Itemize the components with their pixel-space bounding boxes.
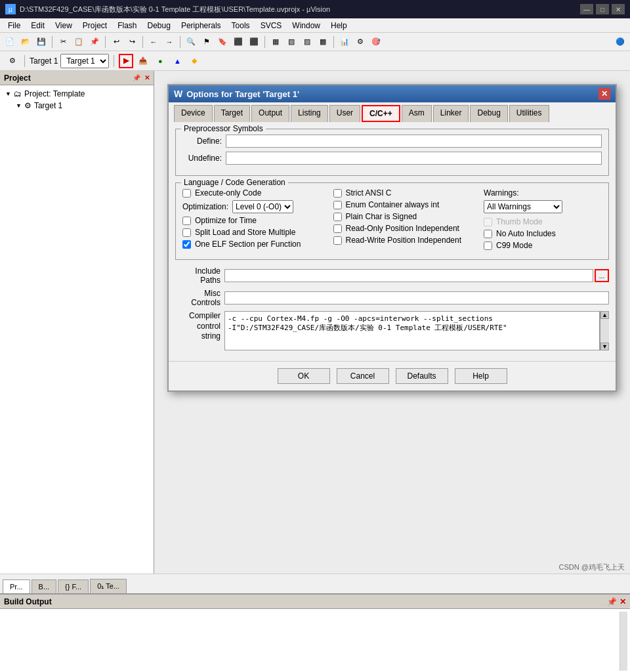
readonly-pos-check[interactable]: [333, 224, 342, 233]
tb-new[interactable]: 📄: [3, 35, 17, 49]
tb-redo[interactable]: ↪: [125, 35, 139, 49]
tb-undo[interactable]: ↩: [109, 35, 123, 49]
cancel-button[interactable]: Cancel: [337, 368, 389, 384]
scroll-down-btn[interactable]: ▼: [600, 343, 609, 350]
tab-target[interactable]: Target: [214, 105, 250, 122]
tb-copy[interactable]: 📋: [72, 35, 86, 49]
window-controls[interactable]: — □ ✕: [580, 4, 625, 14]
dialog-title-bar: W Options for Target 'Target 1' ✕: [169, 85, 616, 102]
build-scrollbar[interactable]: [620, 612, 627, 671]
tree-target[interactable]: ▼ ⚙ Target 1: [3, 100, 151, 112]
preprocessor-label: Preprocessor Symbols: [181, 124, 266, 133]
tb-func3[interactable]: ▨: [300, 35, 314, 49]
include-browse-btn[interactable]: ...: [595, 269, 609, 282]
tb-dbg2[interactable]: ⚙: [353, 35, 368, 49]
menu-tools[interactable]: Tools: [226, 20, 255, 32]
language-label: Language / Code Generation: [181, 178, 288, 187]
tb2-build-btn[interactable]: ▶: [119, 54, 133, 68]
menu-file[interactable]: File: [3, 20, 26, 32]
tab-device[interactable]: Device: [174, 105, 213, 122]
tab-utilities[interactable]: Utilities: [509, 105, 549, 122]
pin-icon[interactable]: 📌: [133, 74, 140, 81]
menu-edit[interactable]: Edit: [26, 20, 50, 32]
misc-controls-input[interactable]: [224, 291, 609, 304]
build-pin-icon[interactable]: 📌: [607, 597, 617, 606]
scroll-up-btn[interactable]: ▲: [600, 311, 609, 319]
menu-project[interactable]: Project: [77, 20, 112, 32]
tab-linker[interactable]: Linker: [433, 105, 469, 122]
menu-window[interactable]: Window: [287, 20, 326, 32]
tab-debug[interactable]: Debug: [470, 105, 507, 122]
dialog-close-btn[interactable]: ✕: [598, 88, 610, 100]
maximize-btn[interactable]: □: [596, 4, 609, 14]
panel-close-btn[interactable]: ✕: [144, 74, 150, 81]
minimize-btn[interactable]: —: [580, 4, 593, 14]
ok-button[interactable]: OK: [278, 368, 330, 384]
tab-output[interactable]: Output: [251, 105, 289, 122]
tb-nav-fwd[interactable]: →: [162, 35, 177, 49]
warnings-select[interactable]: All Warnings: [484, 200, 562, 213]
tab-asm[interactable]: Asm: [402, 105, 432, 122]
undefine-label: Undefine:: [182, 154, 222, 163]
tb2-btn3[interactable]: ●: [153, 54, 167, 68]
bottom-tab-templates[interactable]: 0₁ Te...: [90, 579, 127, 593]
tb-bm2[interactable]: 🔖: [215, 35, 230, 49]
menu-view[interactable]: View: [50, 20, 77, 32]
tb2-btn2[interactable]: 📤: [136, 54, 150, 68]
tab-listing[interactable]: Listing: [291, 105, 328, 122]
enum-container-row: Enum Container always int: [333, 200, 478, 209]
menu-help[interactable]: Help: [326, 20, 352, 32]
sep6: [333, 36, 334, 48]
compiler-scrollbar[interactable]: ▲ ▼: [600, 311, 609, 350]
tb-bm4[interactable]: ⬛: [247, 35, 261, 49]
build-close-icon[interactable]: ✕: [620, 597, 626, 606]
strict-ansi-check[interactable]: [333, 189, 342, 198]
tb-right1[interactable]: 🔵: [613, 35, 627, 49]
tb2-btn5[interactable]: ◆: [187, 54, 201, 68]
tb2-btn4[interactable]: ▲: [170, 54, 184, 68]
optimization-select[interactable]: Level 0 (-O0): [232, 200, 293, 213]
optimize-time-check[interactable]: [182, 217, 191, 225]
tb-search[interactable]: 🔍: [184, 35, 198, 49]
bottom-tab-books[interactable]: B...: [32, 579, 57, 593]
tb-func4[interactable]: ▩: [316, 35, 330, 49]
menu-debug[interactable]: Debug: [142, 20, 176, 32]
tb-save[interactable]: 💾: [34, 35, 49, 49]
bottom-tab-project[interactable]: Pr...: [3, 579, 30, 593]
c99-mode-check[interactable]: [484, 242, 492, 250]
include-paths-input[interactable]: [224, 269, 593, 282]
tab-cpp[interactable]: C/C++: [362, 105, 400, 122]
bottom-tab-functions[interactable]: {} F...: [58, 579, 89, 593]
readwrite-pos-check[interactable]: [333, 236, 342, 245]
tb-nav-back[interactable]: ←: [146, 35, 161, 49]
tb2-settings[interactable]: ⚙: [5, 54, 20, 68]
close-btn[interactable]: ✕: [612, 4, 625, 14]
split-load-check[interactable]: [182, 228, 191, 237]
tb-bm3[interactable]: ⬛: [231, 35, 245, 49]
one-elf-check[interactable]: [182, 240, 191, 249]
define-input[interactable]: [226, 135, 602, 148]
tb-func2[interactable]: ▧: [284, 35, 299, 49]
tb-paste[interactable]: 📌: [87, 35, 102, 49]
tb-dbg1[interactable]: 📊: [337, 35, 352, 49]
tb-cut[interactable]: ✂: [56, 35, 70, 49]
tb-func1[interactable]: ▦: [268, 35, 283, 49]
compiler-control-textarea[interactable]: -c --cpu Cortex-M4.fp -g -O0 -apcs=inter…: [224, 311, 600, 350]
tb-bm1[interactable]: ⚑: [200, 35, 214, 49]
defaults-button[interactable]: Defaults: [396, 368, 448, 384]
help-button[interactable]: Help: [455, 368, 507, 384]
target-dropdown[interactable]: Target 1: [60, 54, 109, 68]
undefine-input[interactable]: [226, 152, 602, 165]
menu-svcs[interactable]: SVCS: [255, 20, 287, 32]
tree-project[interactable]: ▼ 🗂 Project: Template: [3, 88, 151, 100]
execute-only-check[interactable]: [182, 189, 191, 198]
tb-open[interactable]: 📂: [18, 35, 33, 49]
plain-char-check[interactable]: [333, 213, 342, 221]
build-output-panel: Build Output 📌 ✕: [0, 593, 630, 672]
no-auto-includes-check[interactable]: [484, 230, 492, 238]
tb-dbg3[interactable]: 🎯: [369, 35, 383, 49]
menu-peripherals[interactable]: Peripherals: [176, 20, 226, 32]
enum-container-check[interactable]: [333, 201, 342, 209]
menu-flash[interactable]: Flash: [112, 20, 142, 32]
tab-user[interactable]: User: [329, 105, 360, 122]
